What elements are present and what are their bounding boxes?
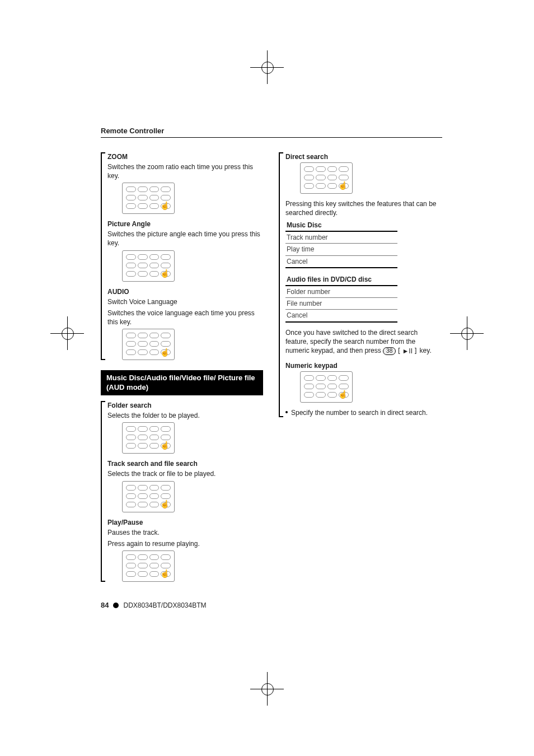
track-search-title: Track search and file search <box>107 459 263 468</box>
table-row: Track number <box>285 231 397 244</box>
bullet-icon <box>285 411 288 413</box>
folder-search-desc: Selects the folder to be played. <box>107 411 263 420</box>
direct-search-title: Direct search <box>285 152 441 161</box>
direct-search-desc: Pressing this key switches the features … <box>285 199 441 217</box>
audio-files-heading: Audio files in DVD/CD disc <box>285 274 397 286</box>
crop-mark-left <box>50 316 84 350</box>
page: Remote Controller ZOOM Switches the zoom… <box>0 0 534 756</box>
section-heading: Remote Controller <box>101 126 442 138</box>
audio-remote-icon: ☝ <box>122 329 175 360</box>
play-pause-title: Play/Pause <box>107 518 263 527</box>
numeric-keypad-bullet: Specify the number to search in direct s… <box>285 408 441 417</box>
music-disc-heading: Music Disc <box>285 220 397 231</box>
audio-line1: Switch Voice Language <box>107 297 263 306</box>
dvd-group-bracket: ZOOM Switches the zoom ratio each time y… <box>101 152 263 361</box>
picture-angle-title: Picture Angle <box>107 220 263 228</box>
picture-angle-desc: Switches the picture angle each time you… <box>107 230 263 248</box>
table-row: Play time <box>285 244 397 255</box>
direct-search-remote-icon: ☝ <box>300 162 353 194</box>
zoom-desc: Switches the zoom ratio each time you pr… <box>107 162 263 180</box>
audio-title: AUDIO <box>107 287 263 296</box>
content-area: Remote Controller ZOOM Switches the zoom… <box>101 126 442 587</box>
table-row: Cancel <box>285 310 397 322</box>
numeric-keypad-title: Numeric keypad <box>285 361 441 370</box>
page-number: 84 <box>101 600 109 610</box>
track-search-desc: Selects the track or file to be played. <box>107 469 263 478</box>
pointer-icon: ☝ <box>160 499 170 510</box>
audio-line2: Switches the voice language each time yo… <box>107 309 263 326</box>
right-column: Direct search ☝ Pressing this key switch… <box>279 147 441 588</box>
numeric-keypad-remote-icon: ☝ <box>300 371 353 403</box>
footer-dot-icon <box>113 603 119 608</box>
pointer-icon: ☝ <box>160 268 170 279</box>
aud-group-bracket: Folder search Selects the folder to be p… <box>101 401 263 582</box>
pointer-icon: ☝ <box>338 180 348 191</box>
track-search-remote-icon: ☝ <box>122 481 175 512</box>
table-row: Folder number <box>285 286 397 298</box>
pointer-icon: ☝ <box>160 568 170 579</box>
play-pause-line2: Press again to resume playing. <box>107 539 263 548</box>
play-pause-remote-icon: ☝ <box>122 550 175 582</box>
model-line: DDX8034BT/DDX8034BTM <box>123 601 206 610</box>
zoom-remote-icon: ☝ <box>122 183 175 214</box>
folder-search-remote-icon: ☝ <box>122 422 175 454</box>
mode-heading: Music Disc/Audio file/Video file/ Pictur… <box>101 370 263 395</box>
after-tables-suffix: key. <box>420 347 432 354</box>
play-pause-key-icon: 38 [►II] <box>383 347 418 356</box>
page-footer: 84 DDX8034BT/DDX8034BTM <box>101 600 207 610</box>
crop-mark-bottom <box>250 672 284 706</box>
table-row: File number <box>285 298 397 310</box>
left-column: ZOOM Switches the zoom ratio each time y… <box>101 147 263 588</box>
crop-mark-top <box>250 50 284 84</box>
zoom-title: ZOOM <box>107 152 263 161</box>
audio-files-table: Audio files in DVD/CD disc Folder number… <box>285 274 397 323</box>
pointer-icon: ☝ <box>160 347 170 358</box>
numeric-keypad-bullet-text: Specify the number to search in direct s… <box>291 408 428 417</box>
music-disc-table: Music Disc Track number Play time Cancel <box>285 220 397 268</box>
pointer-icon: ☝ <box>338 389 348 400</box>
direct-search-bracket: Direct search ☝ Pressing this key switch… <box>279 152 441 418</box>
crop-mark-right <box>450 316 484 350</box>
table-row: Cancel <box>285 255 397 268</box>
play-pause-line1: Pauses the track. <box>107 528 263 537</box>
folder-search-title: Folder search <box>107 401 263 410</box>
picture-angle-remote-icon: ☝ <box>122 250 175 282</box>
pointer-icon: ☝ <box>160 200 170 211</box>
after-tables-sentence: Once you have switched to the direct sea… <box>285 328 441 356</box>
pointer-icon: ☝ <box>160 440 170 451</box>
